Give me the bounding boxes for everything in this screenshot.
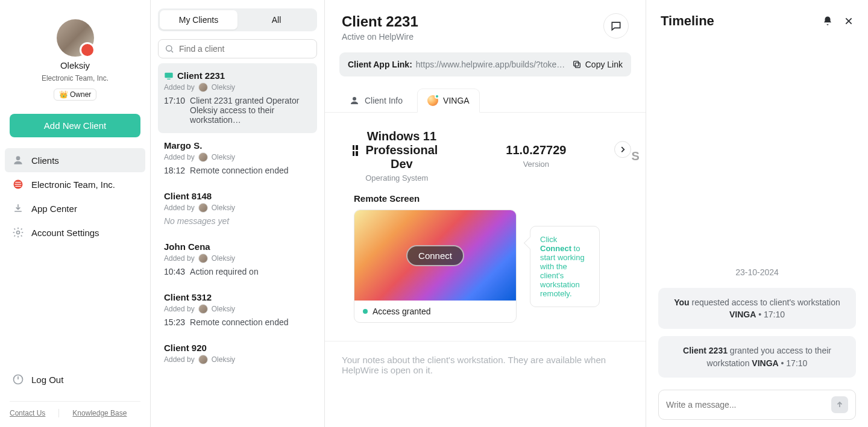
next-info-button[interactable] [614, 141, 631, 158]
main-panel: Client 2231 Active on HelpWire Client Ap… [325, 0, 646, 427]
sidebar-item-org[interactable]: Electronic Team, Inc. [0, 172, 150, 196]
mini-avatar-icon [198, 83, 208, 92]
search-icon [165, 44, 174, 54]
timeline-title: Timeline [661, 13, 714, 29]
search-input[interactable] [179, 44, 310, 54]
client-list-item[interactable]: Client 5312 Added byOleksiy 15:23Remote … [158, 285, 317, 335]
mini-avatar-icon [198, 254, 208, 263]
client-list-item[interactable]: Margo S. Added byOleksiy 18:12Remote con… [158, 133, 317, 184]
remote-screen-heading: Remote Screen [354, 193, 617, 204]
client-title: Client 2231 [177, 70, 225, 81]
version-label: Version [506, 160, 566, 169]
timeline-event: Client 2231 granted you access to their … [658, 336, 856, 378]
notes-placeholder[interactable]: Your notes about the client's workstatio… [325, 341, 646, 388]
tab-client-info[interactable]: Client Info [339, 89, 412, 112]
timeline-event: You requested access to client's worksta… [658, 288, 856, 329]
person-icon [12, 154, 24, 166]
mini-avatar-icon [198, 355, 208, 364]
logout-label: Log Out [31, 375, 63, 385]
knowledge-base-link[interactable]: Knowledge Base [72, 409, 127, 417]
client-title: Client 8148 [164, 191, 212, 201]
svg-point-2 [17, 231, 20, 234]
client-app-link-row: Client App Link: https://www.helpwire.ap… [339, 52, 631, 76]
org-icon [12, 178, 24, 190]
remote-screen-card: Connect Access granted [354, 210, 517, 323]
search-input-wrap[interactable] [158, 39, 317, 58]
owner-badge: 👑 Owner [54, 89, 97, 101]
status-text: Access granted [373, 307, 431, 316]
sidebar-item-label: Electronic Team, Inc. [31, 179, 115, 190]
tab-all[interactable]: All [237, 10, 315, 30]
client-list-item[interactable]: Client 920 Added byOleksiy [158, 335, 317, 373]
page-title: Client 2231 [342, 13, 418, 30]
monitor-icon [164, 72, 174, 80]
chevron-right-icon [618, 145, 627, 154]
chat-icon [610, 20, 622, 32]
mini-avatar-icon [198, 203, 208, 213]
sidebar-item-appcenter[interactable]: App Center [0, 196, 150, 220]
contact-us-link[interactable]: Contact Us [10, 409, 45, 417]
sidebar-item-settings[interactable]: Account Settings [0, 220, 150, 245]
clients-tabs: My Clients All [158, 8, 317, 31]
client-title: Client 920 [164, 343, 207, 353]
logout-button[interactable]: Log Out [0, 367, 150, 391]
client-list-item[interactable]: John Cena Added byOleksiy 10:43Action re… [158, 234, 317, 285]
workstation-icon [427, 95, 438, 106]
svg-point-4 [166, 46, 172, 51]
svg-rect-5 [165, 72, 172, 78]
mini-avatar-icon [198, 152, 208, 162]
send-button[interactable] [831, 396, 848, 413]
avatar[interactable] [57, 19, 94, 57]
sidebar-item-label: Account Settings [31, 228, 99, 238]
sidebar-item-label: App Center [31, 204, 77, 214]
os-name: Windows 11 Professional Dev [353, 129, 441, 171]
add-new-client-button[interactable]: Add New Client [10, 114, 140, 137]
svg-point-9 [353, 97, 356, 101]
clients-panel: My Clients All Client 2231 Added byOleks… [151, 0, 325, 427]
client-list-item[interactable]: Client 2231 Added byOleksiy 17:10Client … [158, 63, 317, 133]
tab-my-clients[interactable]: My Clients [160, 10, 237, 30]
page-subtitle: Active on HelpWire [342, 32, 418, 42]
windows-icon [353, 145, 357, 156]
sidebar: Oleksiy Electronic Team, Inc. 👑 Owner Ad… [0, 0, 151, 427]
connect-button[interactable]: Connect [406, 245, 464, 266]
client-title: Margo S. [164, 140, 202, 151]
svg-rect-6 [167, 78, 170, 79]
version-value: 11.0.27729 [506, 143, 566, 157]
remote-screen-preview[interactable]: Connect [354, 210, 516, 301]
divider [58, 409, 59, 417]
bell-icon[interactable] [822, 16, 833, 26]
connect-tip: Click Connect to start working with the … [530, 226, 600, 307]
copy-icon [572, 60, 582, 69]
tab-vinga[interactable]: VINGA [417, 89, 480, 113]
mini-avatar-icon [198, 304, 208, 314]
timeline-date: 23-10-2024 [658, 267, 856, 277]
owner-name: Oleksiy [60, 60, 90, 70]
sidebar-item-label: Clients [31, 155, 59, 166]
chat-button[interactable] [603, 13, 629, 39]
gear-icon [12, 226, 24, 238]
timeline-panel: Timeline 23-10-2024 You requested access… [646, 0, 868, 427]
logout-icon [12, 373, 24, 385]
os-label: Operating System [353, 173, 441, 182]
client-title: Client 5312 [164, 292, 212, 302]
download-icon [12, 202, 24, 214]
link-url: https://www.helpwire.app/builds/?toke… [416, 60, 565, 69]
status-dot-icon [363, 309, 368, 314]
svg-rect-8 [573, 61, 578, 66]
copy-link-button[interactable]: Copy Link [572, 60, 623, 69]
sidebar-item-clients[interactable]: Clients [5, 148, 145, 172]
svg-rect-7 [575, 63, 580, 67]
client-list-item[interactable]: Client 8148 Added byOleksiy No messages … [158, 184, 317, 234]
next-info: S [631, 149, 639, 163]
arrow-up-icon [835, 401, 844, 409]
team-name: Electronic Team, Inc. [42, 74, 108, 83]
client-title: John Cena [164, 242, 210, 252]
compose-message[interactable] [658, 390, 856, 420]
svg-point-0 [16, 156, 20, 160]
close-icon[interactable] [844, 16, 854, 26]
person-icon [349, 95, 360, 106]
message-input[interactable] [666, 400, 826, 410]
link-label: Client App Link: [348, 60, 412, 69]
